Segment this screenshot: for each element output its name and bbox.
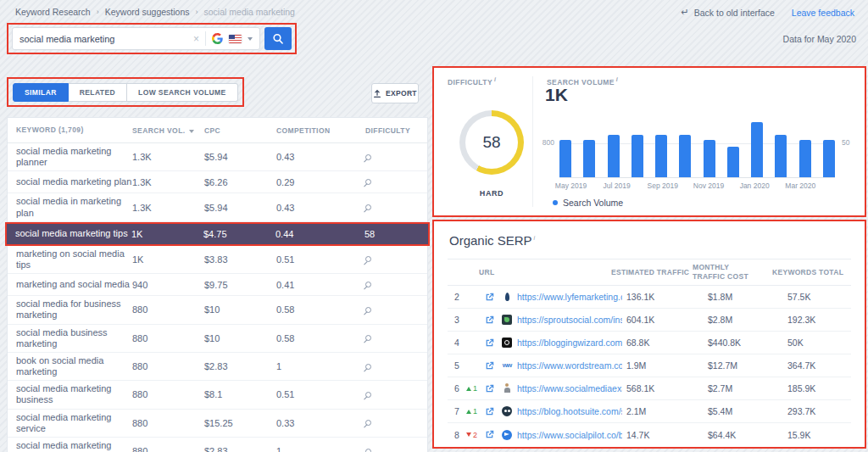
keywords-total: 57.5K	[787, 292, 851, 302]
difficulty-check-icon[interactable]	[365, 449, 371, 452]
tab-related[interactable]: RELATED	[69, 83, 127, 102]
serp-row: 7 1 https://blog.hootsuite.com/so... 2.1…	[448, 400, 851, 423]
competition-cell: 0.43	[276, 152, 357, 162]
estimated-traffic: 604.1K	[626, 315, 708, 325]
monthly-traffic-cost: $440.8K	[708, 338, 787, 348]
serp-row: 4 https://bloggingwizard.com/s... 68.8K …	[448, 332, 851, 354]
external-link-icon[interactable]	[485, 407, 502, 416]
us-flag-icon[interactable]	[229, 35, 242, 43]
volume-bar	[727, 147, 739, 177]
info-icon[interactable]: i	[534, 235, 536, 241]
table-row-selected[interactable]: social media marketing tips 1K $4.75 0.4…	[7, 224, 428, 244]
monthly-traffic-cost: $1.8M	[708, 292, 787, 302]
serp-url-link[interactable]: https://www.wordstream.com/...	[517, 360, 622, 371]
external-link-icon[interactable]	[485, 361, 502, 371]
difficulty-check-icon[interactable]	[365, 392, 371, 398]
serp-url-link[interactable]: https://www.socialmediaexami...	[517, 383, 622, 393]
estimated-traffic: 1.9M	[626, 360, 708, 371]
volume-bar	[799, 140, 811, 177]
favicon-hootsuite	[502, 406, 512, 416]
difficulty-check-icon[interactable]	[365, 154, 371, 160]
competition-cell: 0.43	[276, 203, 357, 213]
table-row[interactable]: social media marketing plan 1.3K $6.26 0…	[8, 171, 427, 193]
annotation-box-metrics-card: DIFFICULTYi 58 HARD SEARCH VOLUMEi 1K 80…	[432, 66, 866, 217]
difficulty-cell	[357, 335, 427, 341]
external-link-icon[interactable]	[485, 338, 502, 348]
external-link-icon[interactable]	[485, 315, 502, 325]
difficulty-check-icon[interactable]	[365, 364, 371, 370]
serp-url-link[interactable]: https://bloggingwizard.com/s...	[517, 338, 622, 348]
serp-url-link[interactable]: https://blog.hootsuite.com/so...	[517, 406, 622, 416]
external-link-icon[interactable]	[485, 384, 502, 393]
clear-input-icon[interactable]: ×	[193, 34, 199, 44]
keyword-table-header: KEYWORD (1,709) SEARCH VOL. CPC COMPETIT…	[8, 118, 427, 143]
difficulty-check-icon[interactable]	[365, 256, 371, 262]
serp-rank: 4	[454, 338, 466, 348]
estimated-traffic: 568.1K	[626, 383, 708, 393]
table-row[interactable]: social media marketing books 880 $2.83 1	[8, 438, 427, 452]
keywords-total: 185.9K	[787, 383, 851, 393]
difficulty-check-icon[interactable]	[365, 335, 371, 341]
header-search-vol[interactable]: SEARCH VOL.	[132, 126, 204, 135]
sort-caret-icon	[189, 130, 194, 133]
external-link-icon[interactable]	[485, 430, 502, 439]
info-icon[interactable]: i	[494, 76, 496, 82]
search-input[interactable]	[19, 34, 187, 44]
difficulty-check-icon[interactable]	[365, 307, 371, 313]
difficulty-cell	[357, 256, 427, 262]
table-row[interactable]: book on social media marketing 880 $2.83…	[8, 353, 427, 381]
difficulty-check-icon[interactable]	[365, 204, 371, 210]
monthly-traffic-cost: $64.4K	[708, 430, 787, 440]
breadcrumb-separator: ›	[97, 8, 99, 16]
position-up-indicator: 1	[466, 384, 485, 393]
suggestion-type-tabs: SIMILAR RELATED LOW SEARCH VOLUME	[13, 83, 238, 102]
table-row[interactable]: social media business marketing 880 $10 …	[8, 325, 427, 353]
chevron-down-icon[interactable]	[248, 37, 253, 41]
table-row[interactable]: social media in marketing plan 1.3K $5.9…	[8, 193, 427, 221]
back-to-old-interface-link[interactable]: ↵ Back to old interface	[681, 7, 774, 18]
table-row[interactable]: social media marketing service 880 $15.2…	[8, 410, 427, 438]
difficulty-check-icon[interactable]	[365, 282, 371, 287]
table-row[interactable]: social media marketing planner 1.3K $5.9…	[8, 143, 427, 171]
search-icon	[272, 33, 284, 45]
tab-similar[interactable]: SIMILAR	[13, 83, 69, 102]
chart-legend: Search Volume	[553, 198, 623, 208]
keyword-cell: social media marketing service	[8, 412, 132, 434]
breadcrumb-keyword-suggestions[interactable]: Keyword suggestions	[105, 7, 190, 17]
breadcrumb-separator: ›	[196, 8, 198, 16]
serp-row: 6 1 https://www.socialmediaexami... 568.…	[448, 377, 851, 400]
export-upload-icon	[373, 89, 381, 98]
serp-url-link[interactable]: https://sproutsocial.com/insig...	[517, 315, 622, 325]
leave-feedback-link[interactable]: Leave feedback	[792, 8, 854, 18]
volume-bar	[775, 135, 787, 177]
up-arrow-icon	[466, 387, 471, 391]
serp-url-link[interactable]: https://www.lyfemarketing.co...	[517, 292, 622, 302]
difficulty-check-icon[interactable]	[365, 179, 371, 185]
breadcrumb-current-keyword: social media marketing	[204, 7, 295, 17]
competition-cell: 0.51	[276, 389, 357, 399]
serp-rank: 5	[454, 360, 466, 371]
difficulty-check-icon[interactable]	[365, 420, 371, 426]
difficulty-cell	[357, 449, 427, 452]
estimated-traffic: 14.7K	[626, 430, 708, 440]
keywords-total: 50K	[787, 338, 851, 348]
legend-dot-icon	[553, 200, 558, 205]
cpc-cell: $15.25	[204, 418, 276, 428]
serp-row: 2 https://www.lyfemarketing.co... 136.1K…	[448, 286, 851, 309]
serp-rows: 2 https://www.lyfemarketing.co... 136.1K…	[448, 286, 851, 446]
serp-title: Organic SERPi	[449, 233, 535, 248]
table-row[interactable]: social media for business marketing 880 …	[8, 296, 427, 324]
breadcrumb-keyword-research[interactable]: Keyword Research	[15, 7, 91, 17]
external-link-icon[interactable]	[485, 293, 502, 302]
search-vol-cell: 1K	[132, 254, 204, 265]
serp-url-link[interactable]: https://www.socialpilot.co/blo...	[517, 430, 622, 440]
table-row[interactable]: social media marketing business 880 $8.1…	[8, 381, 427, 409]
keyword-cell: marketing and social media	[8, 279, 132, 290]
table-row[interactable]: marketing on social media tips 1K $3.83 …	[8, 246, 427, 274]
google-logo-icon[interactable]	[212, 33, 223, 44]
table-row[interactable]: marketing and social media 940 $9.75 0.4…	[8, 274, 427, 296]
export-button[interactable]: EXPORT	[371, 83, 419, 103]
difficulty-cell	[357, 392, 427, 398]
tab-low-search-volume[interactable]: LOW SEARCH VOLUME	[127, 83, 238, 102]
search-button[interactable]	[264, 27, 292, 50]
